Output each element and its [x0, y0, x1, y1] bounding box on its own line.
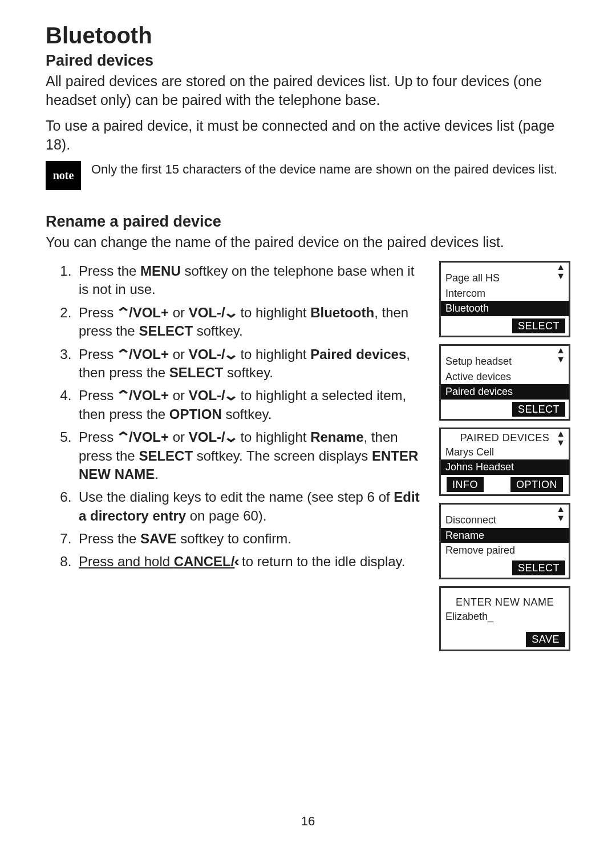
section-heading-paired: Paired devices [46, 52, 570, 70]
note-text: Only the first 15 characters of the devi… [91, 161, 570, 178]
page-number: 16 [0, 814, 616, 829]
scroll-indicator-icon: ▲▼ [556, 346, 565, 364]
up-arrow-icon [117, 388, 129, 403]
menu-row-selected: Rename [441, 528, 569, 543]
menu-row: Intercom [441, 286, 569, 301]
screen-enter-name: ENTER NEW NAME Elizabeth SAVE [439, 586, 570, 651]
screen-bluetooth-menu: ▲▼ Setup headset Active devices Paired d… [439, 344, 570, 421]
device-row: Marys Cell [441, 445, 569, 460]
screen-header: PAIRED DEVICES [441, 429, 569, 445]
note-block: note Only the first 15 characters of the… [46, 161, 570, 190]
page-title: Bluetooth [46, 23, 570, 49]
screen-paired-devices: ▲▼ PAIRED DEVICES Marys Cell Johns Heads… [439, 428, 570, 496]
menu-row: Setup headset [441, 354, 569, 369]
screen-illustrations: ▲▼ Page all HS Intercom Bluetooth SELECT… [439, 259, 570, 651]
softkey-select: SELECT [512, 318, 565, 334]
screen-header: ENTER NEW NAME [441, 594, 569, 609]
menu-row: Active devices [441, 369, 569, 385]
back-arrow-icon [234, 554, 238, 569]
step-item: Press and hold CANCEL/ to return to the … [75, 553, 428, 571]
screen-option-menu: ▲▼ Disconnect Rename Remove paired SELEC… [439, 503, 570, 579]
menu-row: Disconnect [441, 513, 569, 528]
step-item: Press /VOL+ or VOL-/ to highlight a sele… [75, 386, 428, 424]
scroll-indicator-icon: ▲▼ [556, 505, 565, 523]
device-row-selected: Johns Headset [441, 459, 569, 475]
up-arrow-icon [117, 429, 129, 445]
up-arrow-icon [117, 346, 129, 362]
up-arrow-icon [117, 305, 129, 320]
paragraph: All paired devices are stored on the pai… [46, 72, 570, 110]
paragraph: You can change the name of the paired de… [46, 233, 570, 252]
softkey-info: INFO [447, 477, 484, 493]
menu-row: Remove paired [441, 543, 569, 558]
softkey-select: SELECT [512, 560, 565, 576]
screen-menu-bluetooth: ▲▼ Page all HS Intercom Bluetooth SELECT [439, 261, 570, 337]
step-item: Press the MENU softkey on the telephone … [75, 262, 428, 299]
scroll-indicator-icon: ▲▼ [556, 263, 565, 281]
down-arrow-icon [225, 429, 237, 445]
paragraph: To use a paired device, it must be conne… [46, 116, 570, 154]
steps-list: Press the MENU softkey on the telephone … [46, 262, 428, 571]
menu-row: Page all HS [441, 271, 569, 286]
menu-row-selected: Bluetooth [441, 301, 569, 316]
note-badge: note [46, 161, 81, 190]
step-item: Press the SAVE softkey to confirm. [75, 530, 428, 548]
softkey-save: SAVE [526, 632, 565, 647]
step-item: Press /VOL+ or VOL-/ to highlight Rename… [75, 428, 428, 483]
step-item: Press /VOL+ or VOL-/ to highlight Blueto… [75, 304, 428, 341]
scroll-indicator-icon: ▲▼ [556, 429, 565, 447]
step-item: Press /VOL+ or VOL-/ to highlight Paired… [75, 345, 428, 382]
down-arrow-icon [225, 305, 237, 320]
menu-row-selected: Paired devices [441, 384, 569, 400]
section-heading-rename: Rename a paired device [46, 213, 570, 231]
step-item: Use the dialing keys to edit the name (s… [75, 488, 428, 525]
down-arrow-icon [225, 346, 237, 362]
softkey-option: OPTION [510, 477, 563, 493]
name-input-value: Elizabeth [441, 609, 569, 624]
softkey-select: SELECT [512, 402, 565, 417]
down-arrow-icon [225, 388, 237, 403]
